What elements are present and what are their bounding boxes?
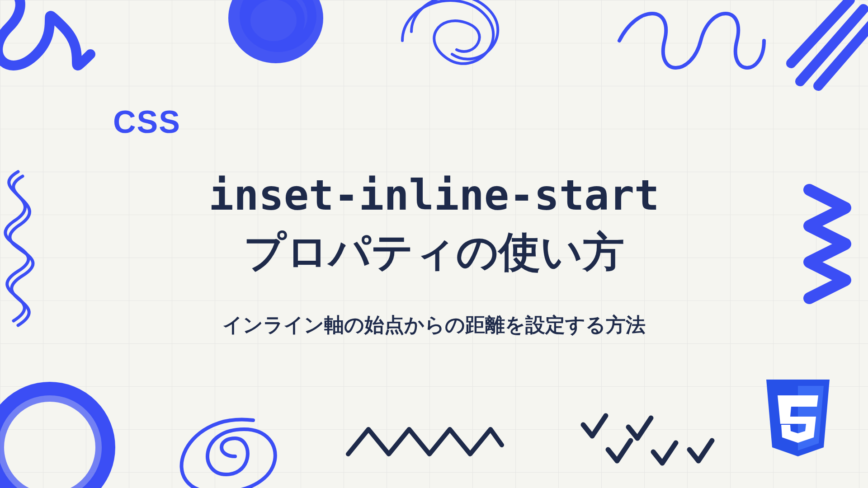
page-subtitle: インライン軸の始点からの距離を設定する方法 <box>222 312 646 338</box>
title-line-1: inset-inline-start <box>209 168 660 224</box>
main-content: CSS inset-inline-start プロパティの使い方 インライン軸の… <box>0 0 868 488</box>
category-label: CSS <box>113 104 181 140</box>
title-line-2: プロパティの使い方 <box>209 224 660 280</box>
page-title: inset-inline-start プロパティの使い方 <box>209 168 660 280</box>
css3-logo-icon <box>760 380 836 468</box>
